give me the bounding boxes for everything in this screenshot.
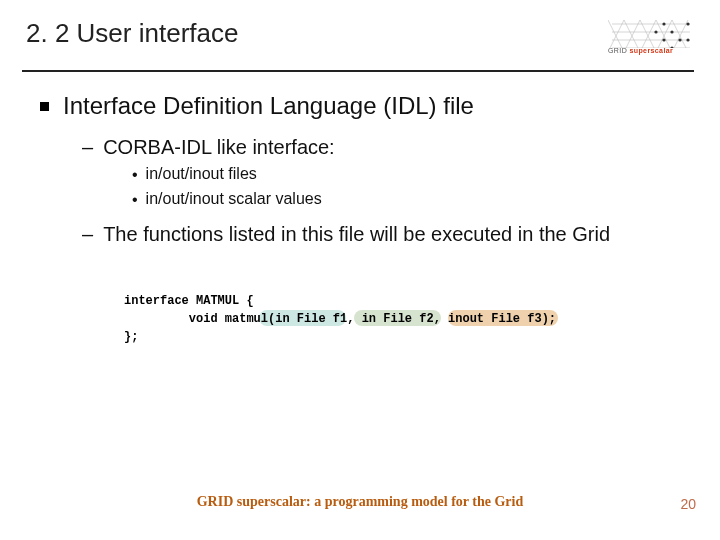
svg-point-14 xyxy=(662,22,665,25)
slide: 2. 2 User interface xyxy=(0,0,720,540)
logo-lattice-icon xyxy=(608,18,694,48)
slide-title: 2. 2 User interface xyxy=(26,18,238,49)
bullet2a-text: CORBA-IDL like interface: xyxy=(103,134,335,161)
bullet-level3: • in/out/inout scalar values xyxy=(132,190,684,211)
svg-point-16 xyxy=(654,30,657,33)
svg-point-20 xyxy=(686,38,689,41)
logo-text-grid: GRID xyxy=(608,47,627,54)
bullet1-text: Interface Definition Language (IDL) file xyxy=(63,92,474,120)
dash-bullet-icon: – xyxy=(82,134,93,160)
grid-superscalar-logo: GRID superscalar xyxy=(608,18,694,62)
svg-point-17 xyxy=(670,30,673,33)
logo-text-superscalar: superscalar xyxy=(629,47,673,54)
bullet-level2: – The functions listed in this file will… xyxy=(82,221,684,248)
header-row: 2. 2 User interface xyxy=(26,18,694,62)
square-bullet-icon xyxy=(40,102,49,111)
dash-bullet-icon: – xyxy=(82,221,93,247)
content-area: Interface Definition Language (IDL) file… xyxy=(26,72,694,346)
code-line-1: interface MATMUL { xyxy=(124,292,666,310)
svg-point-15 xyxy=(686,22,689,25)
bullet-level3: • in/out/inout files xyxy=(132,165,684,186)
svg-point-19 xyxy=(678,38,681,41)
footer-text: GRID superscalar: a programming model fo… xyxy=(0,494,720,510)
page-number: 20 xyxy=(680,496,696,512)
dot-bullet-icon: • xyxy=(132,165,138,186)
bullet3a-text: in/out/inout files xyxy=(146,165,257,183)
bullet-level2: – CORBA-IDL like interface: xyxy=(82,134,684,161)
bullet-level1: Interface Definition Language (IDL) file xyxy=(40,92,684,120)
bullet2b-text: The functions listed in this file will b… xyxy=(103,221,610,248)
code-block: interface MATMUL { void matmul(in File f… xyxy=(124,292,666,346)
logo-text: GRID superscalar xyxy=(608,47,673,54)
bullet3b-text: in/out/inout scalar values xyxy=(146,190,322,208)
code-line-3: }; xyxy=(124,328,666,346)
dot-bullet-icon: • xyxy=(132,190,138,211)
code-line-2: void matmul(in File f1, in File f2, inou… xyxy=(124,310,666,328)
svg-point-18 xyxy=(662,38,665,41)
